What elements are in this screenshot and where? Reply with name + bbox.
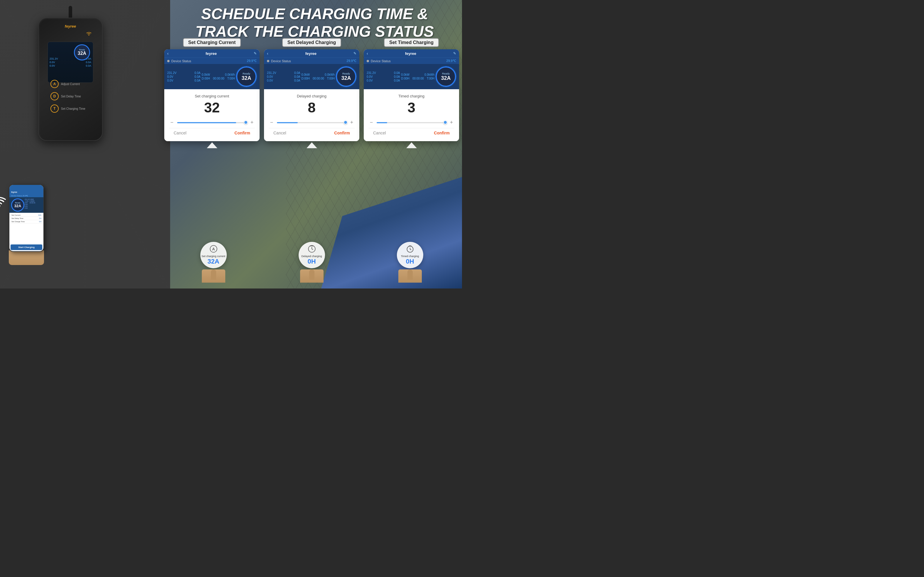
panel-delayed-charging: Set Delayed Charging ‹ feyree ✎ Device S… <box>264 38 359 148</box>
time-row-1: D:00H 00:00:00 T:00H <box>202 77 235 80</box>
dialog-value-2: 8 <box>269 101 355 115</box>
edit-icon-2[interactable]: ✎ <box>354 52 357 55</box>
phone-screen: feyree Device Status 29.9℃ 231.2V 0.0A 0… <box>10 185 43 251</box>
confirm-button-1[interactable]: Confirm <box>235 131 250 135</box>
slider-container-2: − + <box>269 117 355 128</box>
phone-list-item[interactable]: Set Current 32A <box>10 214 43 217</box>
metric-row-3b: 0.0V 0.0A <box>267 79 301 82</box>
dialog-title-1: Set charging current <box>169 94 255 98</box>
cancel-button-3[interactable]: Cancel <box>373 131 386 135</box>
slider-minus-1[interactable]: − <box>169 119 175 126</box>
app-header-2: ‹ feyree ✎ <box>264 49 359 58</box>
status-temp-1: 29.9℃ <box>247 59 257 63</box>
app-title-2: feyree <box>305 52 317 56</box>
phone-device-status: Device Status 29.9℃ <box>11 195 28 197</box>
device-status-2: Device Status 29.9℃ <box>264 58 359 64</box>
slider-thumb-3[interactable] <box>443 120 447 124</box>
cancel-button-1[interactable]: Cancel <box>174 131 186 135</box>
phone-list-label-3: Set Charge Time <box>11 221 25 222</box>
timed-icon <box>406 245 414 254</box>
slider-plus-1[interactable]: + <box>249 119 255 126</box>
phone-container: feyree Device Status 29.9℃ 231.2V 0.0A 0… <box>9 184 50 265</box>
phone-gauge-circle: Ready 32A <box>11 198 24 212</box>
ev-charger-device: feyree 231.2V0.0A 0.0V0.0A 0.0V0. <box>29 18 111 182</box>
btn-d-circle: D <box>50 92 59 100</box>
charger-screen-display: 231.2V0.0A 0.0V0.0A 0.0V0.0A Ready 32A <box>48 42 93 82</box>
slider-track-3[interactable] <box>377 122 446 123</box>
metric-row-1: 231.2V 0.0A <box>167 71 201 74</box>
dialog-buttons-1: Cancel Confirm <box>169 128 255 137</box>
slider-thumb-1[interactable] <box>244 120 248 124</box>
slider-thumb-2[interactable] <box>344 120 348 124</box>
app-header-3: ‹ feyree ✎ <box>364 49 459 58</box>
status-temp-3: 29.9℃ <box>447 59 456 63</box>
status-text-3: Device Status <box>371 59 391 63</box>
svg-point-1 <box>0 205 0 207</box>
set-current-icon: A <box>209 245 218 254</box>
back-icon-3[interactable]: ‹ <box>367 51 368 56</box>
slider-plus-2[interactable]: + <box>349 119 355 126</box>
charger-btn-t[interactable]: T Set Charging Time <box>50 105 90 113</box>
finger-area-3: Timed charging 0H <box>397 242 423 283</box>
cancel-button-2[interactable]: Cancel <box>273 131 286 135</box>
dialog-timed: Timed charging 3 − + Cancel Confirm <box>364 89 459 141</box>
phone-device-row: Device Status 29.9℃ <box>10 194 43 197</box>
phone-list-value-1: 32A <box>38 214 41 216</box>
dialog-set-current: Set charging current 32 − + Cancel C <box>164 89 260 141</box>
charger-wifi-icon <box>86 31 92 37</box>
metric-group-mid-1: 0.0kW 0.0kWh D:00H 00:00:00 T:00H <box>202 73 235 80</box>
back-icon-1[interactable]: ‹ <box>167 51 169 56</box>
round-btn-set-current[interactable]: A Set charging current 32A <box>200 242 227 268</box>
confirm-button-3[interactable]: Confirm <box>434 131 450 135</box>
set-current-value: 32A <box>207 258 219 265</box>
confirm-button-2[interactable]: Confirm <box>334 131 350 135</box>
finger-hand-2 <box>300 269 323 283</box>
metric-row-3: 0.0V 0.0A <box>167 79 201 82</box>
metric-row-1c: 231.2V 0.0A <box>367 71 400 74</box>
slider-fill-1 <box>177 122 236 123</box>
slider-plus-3[interactable]: + <box>448 119 455 126</box>
slider-container-3: − + <box>368 117 455 128</box>
edit-icon-1[interactable]: ✎ <box>254 52 257 55</box>
round-btn-timed[interactable]: Timed charging 0H <box>397 242 423 268</box>
panel-label-2: Set Delayed Charging <box>282 38 341 47</box>
btn-a-circle: A <box>50 80 59 88</box>
gauge-circle-1: Ready 32A <box>236 66 257 87</box>
charger-btn-a[interactable]: A Adjust Current <box>50 80 90 88</box>
panel-label-3: Set Timed Charging <box>384 38 439 47</box>
app-title-1: feyree <box>206 52 217 56</box>
btn-a-label: Adjust Current <box>61 82 80 86</box>
arrow-up-2 <box>307 142 317 148</box>
status-text-2: Device Status <box>271 59 291 63</box>
phone-list-item[interactable]: Set Delay Time 0H <box>10 217 43 220</box>
gauge-area-2: 231.2V 0.0A 0.0V 0.0A 0.0V 0.0A <box>264 64 359 89</box>
status-temp-2: 29.9℃ <box>347 59 357 63</box>
phone-voltage1: 231.2V 0.0A <box>25 198 29 202</box>
charger-screen: 231.2V0.0A 0.0V0.0A 0.0V0.0A Ready 32A <box>48 42 93 83</box>
slider-track-2[interactable] <box>277 122 346 123</box>
finger-hand-1 <box>202 269 225 283</box>
back-icon-2[interactable]: ‹ <box>267 51 268 56</box>
metric-row-3c: 0.0V 0.0A <box>367 79 400 82</box>
slider-minus-2[interactable]: − <box>269 119 275 126</box>
charger-btn-d[interactable]: D Set Delay Time <box>50 92 90 100</box>
slider-track-1[interactable] <box>177 122 247 123</box>
round-btn-delayed[interactable]: Delayed charging 0H <box>299 242 325 268</box>
device-status-1: Device Status 29.9℃ <box>164 58 260 64</box>
slider-fill-3 <box>377 122 387 123</box>
dialog-delayed: Delayed charging 8 − + Cancel Confir <box>264 89 359 141</box>
charger-controls: A Adjust Current D Set Delay Time T Set … <box>50 80 90 117</box>
arrow-up-1 <box>207 142 217 148</box>
phone-body: feyree Device Status 29.9℃ 231.2V 0.0A 0… <box>9 184 44 252</box>
dialog-title-3: Timed charging <box>368 94 455 98</box>
phone-start-btn[interactable]: Start Charging <box>11 245 42 250</box>
phone-list-item[interactable]: Set Charge Time 0H <box>10 220 43 223</box>
slider-minus-3[interactable]: − <box>368 119 374 126</box>
panel-label-1: Set Charging Current <box>183 38 241 47</box>
arrow-up-3 <box>406 142 417 148</box>
panels-container: Set Charging Current ‹ feyree ✎ Device S… <box>164 38 459 148</box>
edit-icon-3[interactable]: ✎ <box>453 52 456 55</box>
finger-area-2: Delayed charging 0H <box>299 242 325 283</box>
dialog-value-3: 3 <box>368 101 455 115</box>
page-title: SCHEDULE CHARGING TIME & TRACK THE CHARG… <box>173 5 456 40</box>
